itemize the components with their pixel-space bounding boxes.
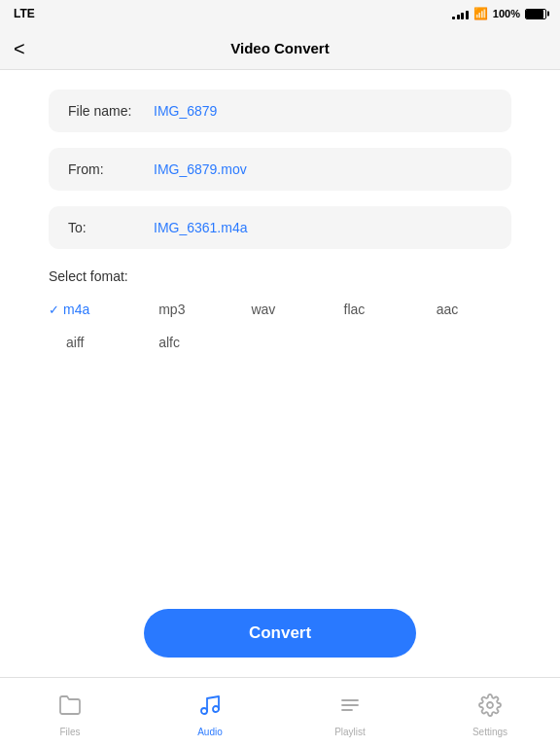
svg-point-0 (201, 708, 207, 714)
tab-label-settings: Settings (472, 727, 508, 737)
tab-label-files: Files (59, 727, 80, 737)
file-name-row: File name: IMG_6879 (49, 89, 511, 132)
to-row[interactable]: To: IMG_6361.m4a (49, 206, 511, 249)
format-item-m4a[interactable]: ✓ m4a (49, 298, 141, 321)
signal-icon (452, 9, 469, 19)
wifi-icon: 📶 (473, 7, 488, 20)
from-row: From: IMG_6879.mov (49, 148, 511, 191)
from-value: IMG_6879.mov (154, 161, 247, 177)
tab-playlist[interactable]: Playlist (280, 688, 420, 737)
files-icon (58, 694, 82, 723)
convert-area: Convert (0, 593, 560, 677)
main-content: File name: IMG_6879 From: IMG_6879.mov T… (0, 70, 560, 593)
format-label: aac (437, 302, 459, 317)
format-section: Select fomat: ✓ m4amp3wavflacaacaiffalfc (49, 268, 511, 354)
playlist-icon (338, 694, 362, 723)
page-title: Video Convert (230, 40, 329, 56)
format-label: aiff (66, 335, 84, 350)
format-title: Select fomat: (49, 268, 511, 284)
tab-label-audio: Audio (197, 727, 223, 737)
tab-bar: Files AudioPlaylistSettings (0, 677, 560, 747)
battery-icon (525, 9, 546, 19)
status-bar: LTE 📶 100% (0, 0, 560, 27)
tab-settings[interactable]: Settings (420, 688, 560, 737)
format-label: mp3 (158, 302, 185, 317)
format-label: flac (344, 302, 366, 317)
format-item-aac[interactable]: aac (419, 298, 511, 321)
status-right: 📶 100% (452, 7, 546, 20)
audio-icon (198, 694, 222, 723)
carrier-label: LTE (14, 7, 35, 20)
settings-icon (478, 694, 502, 723)
svg-point-1 (213, 706, 219, 712)
format-label: alfc (158, 335, 180, 350)
format-grid: ✓ m4amp3wavflacaacaiffalfc (49, 298, 511, 354)
tab-label-playlist: Playlist (334, 727, 366, 737)
back-button[interactable]: < (14, 39, 25, 58)
header: < Video Convert (0, 27, 560, 70)
from-label: From: (68, 161, 146, 177)
tab-files[interactable]: Files (0, 688, 140, 737)
tab-audio[interactable]: Audio (140, 688, 280, 737)
check-icon: ✓ (49, 302, 59, 317)
format-item-mp3[interactable]: mp3 (141, 298, 233, 321)
format-label: wav (251, 302, 275, 317)
to-value: IMG_6361.m4a (154, 220, 248, 235)
svg-point-5 (487, 702, 493, 708)
format-item-alfc[interactable]: alfc (141, 331, 233, 354)
file-name-value: IMG_6879 (154, 103, 217, 119)
format-item-aiff[interactable]: aiff (49, 331, 141, 354)
to-label: To: (68, 220, 146, 235)
convert-button[interactable]: Convert (144, 609, 416, 658)
format-label: m4a (63, 302, 89, 317)
format-item-flac[interactable]: flac (327, 298, 419, 321)
format-item-wav[interactable]: wav (233, 298, 326, 321)
file-name-label: File name: (68, 103, 146, 119)
battery-percent: 100% (493, 8, 520, 19)
